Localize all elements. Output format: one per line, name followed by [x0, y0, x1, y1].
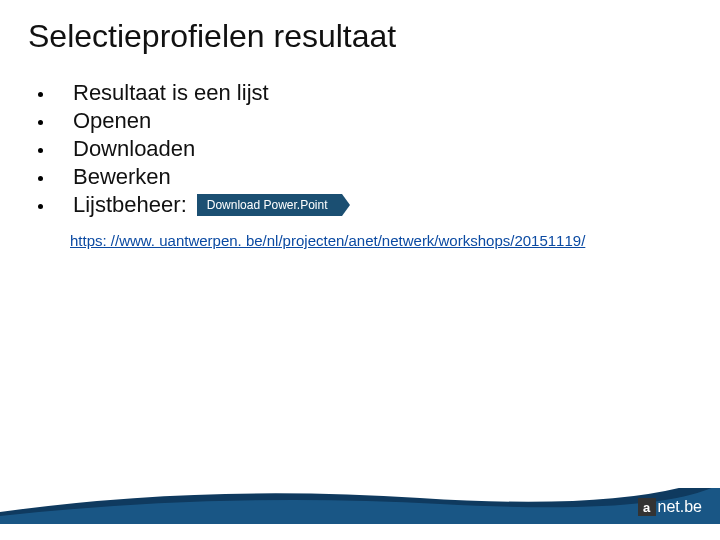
bullet-text: Openen: [73, 108, 151, 134]
bullet-text: Lijstbeheer:: [73, 192, 187, 218]
bullet-text: Bewerken: [73, 164, 171, 190]
logo-text: net.be: [658, 498, 702, 516]
list-item: Openen: [38, 108, 342, 134]
list-item: Bewerken: [38, 164, 342, 190]
bullet-dot-icon: [38, 92, 43, 97]
bullet-list: Resultaat is een lijst Openen Downloaden…: [38, 80, 342, 220]
bullet-text: Resultaat is een lijst: [73, 80, 269, 106]
list-item: Downloaden: [38, 136, 342, 162]
logo-box: a: [638, 498, 656, 516]
workshop-link[interactable]: https: //www. uantwerpen. be/nl/projecte…: [70, 232, 585, 249]
bullet-dot-icon: [38, 204, 43, 209]
slide-title: Selectieprofielen resultaat: [28, 18, 396, 55]
list-item: Resultaat is een lijst: [38, 80, 342, 106]
bullet-dot-icon: [38, 176, 43, 181]
download-powerpoint-button[interactable]: Download Power.Point: [197, 194, 342, 216]
anet-logo: a net.be: [638, 498, 702, 516]
slide: Selectieprofielen resultaat Resultaat is…: [0, 0, 720, 540]
bullet-text: Downloaden: [73, 136, 195, 162]
footer-swoosh-icon: [0, 488, 720, 524]
bullet-dot-icon: [38, 120, 43, 125]
bullet-dot-icon: [38, 148, 43, 153]
footer: a net.be: [0, 488, 720, 524]
list-item: Lijstbeheer: Download Power.Point: [38, 192, 342, 218]
